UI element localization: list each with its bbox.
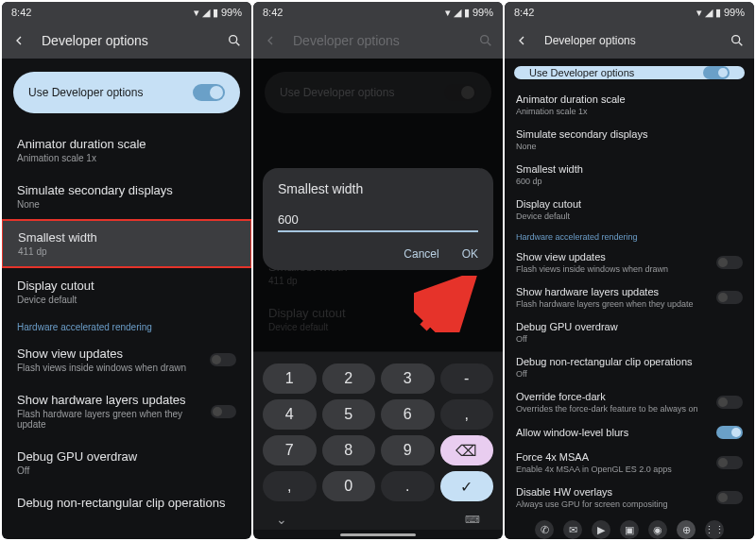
item-show-view-updates[interactable]: Show view updates Flash views inside win… (2, 336, 251, 382)
page-title: Developer options (544, 34, 714, 47)
status-time: 8:42 (11, 7, 31, 18)
dock-play-icon[interactable]: ▶ (592, 520, 610, 539)
key-2[interactable]: 2 (322, 363, 376, 394)
toggle-icon[interactable] (211, 405, 236, 418)
use-dev-options-toggle-card[interactable]: Use Developer options (514, 66, 745, 79)
toggle-icon[interactable] (210, 353, 236, 366)
item-debug-gpu-overdraw[interactable]: Debug GPU overdraw Off (2, 439, 251, 485)
toggle-icon[interactable] (716, 456, 743, 469)
item-display-cutout[interactable]: Display cutout Device default (2, 268, 251, 314)
dock-camera-icon[interactable]: ◉ (648, 520, 667, 539)
key-comma[interactable]: , (263, 471, 317, 501)
dock-apps-icon[interactable]: ⋮⋮ (705, 520, 724, 539)
item-force-msaa[interactable]: Force 4x MSAAEnable 4x MSAA in OpenGL ES… (505, 445, 754, 480)
pill-label: Use Developer options (28, 86, 143, 99)
key-0[interactable]: 0 (322, 471, 376, 501)
dock-phone-icon[interactable]: ✆ (535, 520, 554, 539)
toggle-icon[interactable] (193, 84, 225, 101)
search-icon[interactable] (478, 33, 493, 48)
item-animator-duration[interactable]: Animator duration scale Animation scale … (2, 127, 251, 173)
item-simulate-displays[interactable]: Simulate secondary displaysNone (505, 122, 754, 157)
status-icons: ▾ ◢ ▮ 99% (696, 7, 745, 19)
keyboard-bottom-bar: ⌄ ⌨ (253, 509, 503, 530)
key-9[interactable]: 9 (381, 435, 435, 465)
bottom-dock: ✆ ✉ ▶ ▣ ◉ ⊕ ⋮⋮ (505, 515, 754, 539)
item-window-blurs[interactable]: Allow window-level blurs (505, 419, 754, 445)
item-simulate-displays[interactable]: Simulate secondary displays None (2, 173, 251, 219)
item-smallest-width[interactable]: Smallest width600 dp (505, 157, 754, 192)
svg-point-1 (481, 36, 489, 43)
battery-percent: 99% (472, 7, 493, 18)
ok-button[interactable]: OK (462, 247, 478, 261)
battery-percent: 99% (221, 7, 242, 18)
key-minus[interactable]: - (440, 363, 494, 394)
back-icon[interactable] (514, 33, 529, 48)
toggle-icon[interactable] (716, 256, 743, 269)
toggle-icon[interactable] (716, 396, 743, 409)
battery-icon: ▮ (715, 7, 721, 19)
item-override-force-dark[interactable]: Override force-darkOverrides the force-d… (505, 384, 754, 419)
page-title: Developer options (42, 33, 212, 48)
svg-point-4 (732, 36, 740, 43)
page-title: Developer options (293, 33, 463, 48)
back-icon[interactable] (11, 33, 26, 48)
status-time: 8:42 (263, 7, 283, 18)
item-show-hw-layers[interactable]: Show hardware layers updatesFlash hardwa… (505, 279, 754, 314)
item-animator-duration[interactable]: Animator duration scaleAnimation scale 1… (505, 87, 754, 122)
dock-gallery-icon[interactable]: ▣ (620, 520, 639, 539)
toggle-icon[interactable] (716, 426, 743, 439)
phone-1: 8:42 ▾ ◢ ▮ 99% Developer options Use Dev… (2, 2, 251, 539)
item-debug-clip-ops[interactable]: Debug non-rectangular clip operationsOff (505, 349, 754, 384)
back-icon[interactable] (263, 33, 278, 48)
category-hw-rendering: Hardware accelerated rendering (505, 227, 754, 245)
key-separator[interactable]: , (440, 399, 494, 430)
key-4[interactable]: 4 (263, 399, 317, 430)
item-disable-hw-overlays[interactable]: Disable HW overlaysAlways use GPU for sc… (505, 480, 754, 515)
item-debug-clip-ops[interactable]: Debug non-rectangular clip operations (2, 485, 251, 519)
header: Developer options (253, 23, 503, 59)
wifi-icon: ▾ (194, 7, 199, 19)
status-time: 8:42 (514, 7, 534, 18)
search-icon[interactable] (227, 33, 242, 48)
item-debug-gpu-overdraw[interactable]: Debug GPU overdrawOff (505, 314, 754, 349)
key-dot[interactable]: . (381, 471, 435, 501)
content: Use Developer options Animator duration … (505, 59, 754, 539)
collapse-keyboard-icon[interactable]: ⌄ (276, 512, 287, 527)
wifi-icon: ▾ (696, 7, 702, 19)
key-6[interactable]: 6 (381, 399, 435, 430)
item-smallest-width[interactable]: Smallest width 411 dp (2, 219, 251, 268)
key-8[interactable]: 8 (322, 435, 376, 465)
toggle-icon[interactable] (716, 491, 743, 504)
category-hw-rendering: Hardware accelerated rendering (2, 314, 251, 336)
smallest-width-input[interactable] (278, 210, 478, 232)
header: Developer options (505, 23, 754, 59)
battery-icon: ▮ (464, 7, 470, 19)
search-icon[interactable] (730, 33, 745, 48)
item-display-cutout[interactable]: Display cutoutDevice default (505, 192, 754, 227)
battery-percent: 99% (724, 7, 745, 18)
dock-messages-icon[interactable]: ✉ (563, 520, 582, 539)
phone-3: 8:42 ▾ ◢ ▮ 99% Developer options Use Dev… (505, 2, 754, 539)
item-show-view-updates[interactable]: Show view updatesFlash views inside wind… (505, 245, 754, 279)
status-bar: 8:42 ▾ ◢ ▮ 99% (253, 2, 503, 23)
key-5[interactable]: 5 (322, 399, 376, 430)
item-show-hw-layers[interactable]: Show hardware layers updates Flash hardw… (2, 382, 251, 439)
cancel-button[interactable]: Cancel (404, 247, 438, 261)
key-7[interactable]: 7 (263, 435, 317, 465)
key-1[interactable]: 1 (263, 363, 317, 394)
dock-browser-icon[interactable]: ⊕ (677, 520, 696, 539)
signal-icon: ◢ (705, 7, 713, 19)
content: Use Developer options Smallest width 411… (253, 59, 503, 539)
toggle-icon[interactable] (716, 291, 743, 304)
status-icons: ▾ ◢ ▮ 99% (445, 7, 493, 19)
key-3[interactable]: 3 (381, 363, 435, 394)
battery-icon: ▮ (213, 7, 218, 19)
toggle-icon[interactable] (703, 66, 730, 79)
keyboard-switch-icon[interactable]: ⌨ (465, 514, 480, 526)
key-backspace[interactable]: ⌫ (440, 435, 494, 465)
key-enter[interactable]: ✓ (440, 471, 494, 501)
status-icons: ▾ ◢ ▮ 99% (194, 7, 242, 19)
use-dev-options-toggle-card[interactable]: Use Developer options (13, 72, 240, 113)
pill-label: Use Developer options (529, 67, 634, 78)
home-indicator[interactable] (340, 533, 416, 536)
